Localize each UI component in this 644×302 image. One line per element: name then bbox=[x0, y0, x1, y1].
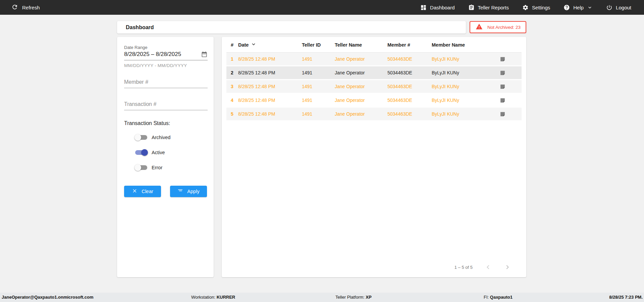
nav-item-dashboard[interactable]: Dashboard bbox=[420, 4, 454, 11]
cell-member-name: ByLyJI KUNy bbox=[432, 56, 500, 62]
fi-value: Qaxpauto1 bbox=[490, 295, 513, 300]
refresh-label: Refresh bbox=[22, 5, 40, 10]
close-icon bbox=[132, 188, 138, 195]
nav-item-label: Settings bbox=[532, 5, 550, 10]
cell-teller-id: 1491 bbox=[302, 98, 335, 103]
dashboard-icon bbox=[420, 4, 427, 11]
col-header-member-name: Member Name bbox=[432, 42, 500, 48]
toggle-label: Error bbox=[152, 165, 162, 170]
date-range-input[interactable] bbox=[124, 51, 201, 58]
cell-member-num: 5034463DE bbox=[387, 56, 432, 62]
workstation-label: Workstation: bbox=[191, 295, 215, 300]
toggle-label: Active bbox=[152, 150, 165, 155]
pagination-range-label: 1 – 5 of 5 bbox=[454, 265, 473, 270]
col-header-date[interactable]: Date bbox=[238, 41, 302, 48]
chevron-down-icon bbox=[587, 5, 593, 10]
date-range-label: Date Range bbox=[124, 45, 208, 50]
workstation-info: Workstation: KURRER bbox=[191, 293, 235, 302]
error-toggle[interactable] bbox=[135, 165, 147, 170]
fi-label: FI: bbox=[484, 295, 489, 300]
calendar-icon[interactable] bbox=[201, 51, 208, 58]
cell-teller-id: 1491 bbox=[302, 111, 335, 117]
teller-platform-info: Teller Platform: XP bbox=[335, 293, 372, 302]
top-navbar: Refresh Dashboard Teller Reports Setting… bbox=[0, 0, 644, 15]
note-icon[interactable] bbox=[500, 70, 505, 76]
cell-row-number: 2 bbox=[231, 70, 238, 75]
cell-member-name: ByLyJI KUNy bbox=[432, 98, 500, 103]
cell-teller-id: 1491 bbox=[302, 56, 335, 62]
cell-teller-id: 1491 bbox=[302, 70, 335, 75]
cell-row-number: 1 bbox=[231, 56, 238, 62]
table-row[interactable]: 4 8/28/25 12:48 PM 1491 Jane Operator 50… bbox=[226, 94, 522, 107]
chevron-left-icon[interactable] bbox=[484, 263, 492, 271]
fi-info: FI: Qaxpauto1 bbox=[484, 293, 513, 302]
table-row[interactable]: 2 8/28/25 12:48 PM 1491 Jane Operator 50… bbox=[226, 66, 522, 79]
alert-label: Not Archived: 23 bbox=[487, 25, 521, 30]
active-toggle[interactable] bbox=[135, 150, 147, 155]
toggle-row-archived: Archived bbox=[124, 133, 208, 141]
note-icon[interactable] bbox=[500, 84, 505, 89]
nav-item-label: Teller Reports bbox=[478, 5, 509, 10]
note-icon[interactable] bbox=[500, 111, 505, 117]
col-header-num: # bbox=[231, 42, 238, 48]
nav-item-settings[interactable]: Settings bbox=[522, 4, 550, 11]
page-title: Dashboard bbox=[117, 24, 154, 31]
pagination: 1 – 5 of 5 bbox=[454, 263, 512, 271]
table-row[interactable]: 3 8/28/25 12:48 PM 1491 Jane Operator 50… bbox=[226, 80, 522, 93]
toggle-row-active: Active bbox=[124, 148, 208, 157]
apply-button[interactable]: Apply bbox=[170, 186, 207, 197]
cell-date: 8/28/25 12:48 PM bbox=[238, 56, 302, 62]
table-header-row: # Date Teller ID Teller Name Member # Me… bbox=[226, 37, 522, 53]
nav-item-label: Help bbox=[573, 5, 584, 10]
clear-button[interactable]: Clear bbox=[124, 186, 161, 197]
chevron-right-icon[interactable] bbox=[503, 263, 512, 271]
transaction-status-label: Transaction Status: bbox=[124, 120, 208, 126]
transactions-table: # Date Teller ID Teller Name Member # Me… bbox=[222, 37, 526, 277]
help-icon bbox=[564, 4, 570, 11]
nav-item-label: Dashboard bbox=[430, 5, 454, 10]
page-header: Dashboard bbox=[117, 21, 466, 34]
toggle-thumb bbox=[141, 149, 148, 156]
archived-toggle[interactable] bbox=[135, 135, 147, 140]
note-icon[interactable] bbox=[500, 56, 505, 62]
cell-date: 8/28/25 12:48 PM bbox=[238, 98, 302, 103]
toggle-thumb bbox=[135, 164, 141, 171]
cell-date: 8/28/25 12:48 PM bbox=[238, 111, 302, 117]
filter-panel: Date Range MM/DD/YYYY - MM/DD/YYYY Trans… bbox=[117, 37, 214, 277]
cell-teller-name: Jane Operator bbox=[335, 56, 387, 62]
table-row[interactable]: 5 8/28/25 12:48 PM 1491 Jane Operator 50… bbox=[226, 108, 522, 120]
cell-row-number: 3 bbox=[231, 84, 238, 89]
table-row[interactable]: 1 8/28/25 12:48 PM 1491 Jane Operator 50… bbox=[226, 53, 522, 65]
status-datetime: 8/28/25 7:23 PM. bbox=[609, 293, 643, 302]
cell-member-num: 5034463DE bbox=[387, 84, 432, 89]
status-bar: JaneOperator@Qaxpauto1.onmicrosoft.com W… bbox=[0, 293, 644, 302]
date-range-field bbox=[124, 51, 208, 60]
refresh-icon bbox=[11, 4, 18, 11]
warning-icon bbox=[476, 23, 483, 31]
nav-item-help[interactable]: Help bbox=[564, 4, 593, 11]
cell-teller-name: Jane Operator bbox=[335, 70, 387, 75]
nav-item-label: Logout bbox=[616, 5, 631, 10]
refresh-button[interactable]: Refresh bbox=[0, 4, 40, 11]
workstation-value: KURRER bbox=[217, 295, 235, 300]
nav-menu: Dashboard Teller Reports Settings Help bbox=[420, 4, 644, 11]
power-icon bbox=[606, 4, 612, 11]
col-header-date-label: Date bbox=[238, 42, 249, 48]
note-icon[interactable] bbox=[500, 98, 505, 103]
apply-button-label: Apply bbox=[187, 189, 199, 194]
transaction-number-input[interactable] bbox=[124, 99, 208, 110]
clipboard-icon bbox=[468, 4, 475, 11]
date-range-hint: MM/DD/YYYY - MM/DD/YYYY bbox=[124, 63, 208, 68]
not-archived-alert[interactable]: Not Archived: 23 bbox=[470, 21, 526, 33]
cell-teller-name: Jane Operator bbox=[335, 84, 387, 89]
cell-date: 8/28/25 12:48 PM bbox=[238, 70, 302, 75]
member-number-input[interactable] bbox=[124, 77, 208, 88]
cell-member-name: ByLyJI KUNy bbox=[432, 70, 500, 75]
col-header-member-num: Member # bbox=[387, 42, 432, 48]
cell-member-num: 5034463DE bbox=[387, 98, 432, 103]
nav-item-logout[interactable]: Logout bbox=[606, 4, 631, 11]
cell-teller-name: Jane Operator bbox=[335, 98, 387, 103]
nav-item-teller-reports[interactable]: Teller Reports bbox=[468, 4, 509, 11]
clear-button-label: Clear bbox=[142, 189, 153, 194]
col-header-teller-name: Teller Name bbox=[335, 42, 387, 48]
